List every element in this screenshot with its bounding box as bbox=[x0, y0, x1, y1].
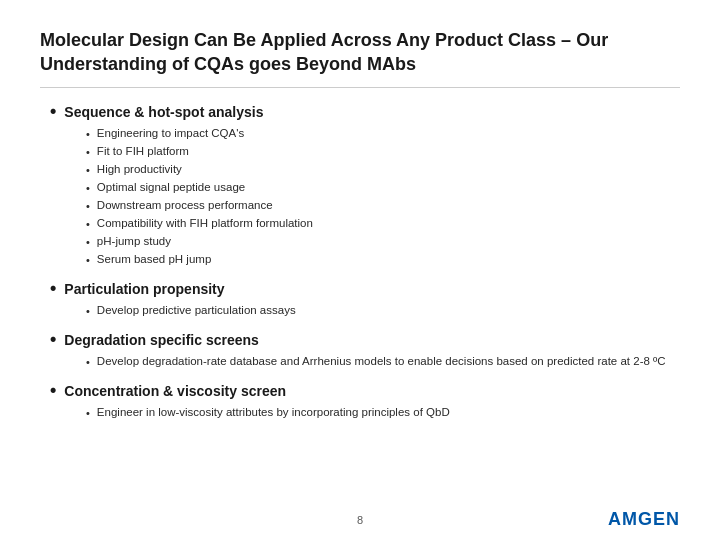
section-title-sequence: • Sequence & hot-spot analysis bbox=[50, 104, 680, 120]
sub-list-sequence: • Engineering to impact CQA's • Fit to F… bbox=[86, 125, 680, 269]
list-item: • Fit to FIH platform bbox=[86, 143, 680, 161]
section-sequence: • Sequence & hot-spot analysis • Enginee… bbox=[50, 104, 680, 269]
slide-title: Molecular Design Can Be Applied Across A… bbox=[40, 28, 680, 77]
title-divider bbox=[40, 87, 680, 88]
list-item: • pH-jump study bbox=[86, 233, 680, 251]
sub-bullet: • bbox=[86, 144, 90, 161]
list-item: • Engineer in low-viscosity attributes b… bbox=[86, 404, 680, 422]
sub-item-text: Downstream process performance bbox=[97, 197, 680, 215]
sub-item-text: High productivity bbox=[97, 161, 680, 179]
section-label-sequence: Sequence & hot-spot analysis bbox=[64, 104, 263, 120]
sub-bullet: • bbox=[86, 180, 90, 197]
sub-bullet: • bbox=[86, 162, 90, 179]
sub-bullet: • bbox=[86, 405, 90, 422]
sub-bullet: • bbox=[86, 234, 90, 251]
list-item: • Serum based pH jump bbox=[86, 251, 680, 269]
section-title-concentration: • Concentration & viscosity screen bbox=[50, 383, 680, 399]
sub-item-text: Compatibility with FIH platform formulat… bbox=[97, 215, 680, 233]
sub-item-text: Serum based pH jump bbox=[97, 251, 680, 269]
sub-item-text: Engineering to impact CQA's bbox=[97, 125, 680, 143]
sub-bullet: • bbox=[86, 198, 90, 215]
section-title-degradation: • Degradation specific screens bbox=[50, 332, 680, 348]
sub-bullet: • bbox=[86, 354, 90, 371]
sub-bullet: • bbox=[86, 252, 90, 269]
section-title-particulation: • Particulation propensity bbox=[50, 281, 680, 297]
list-item: • Optimal signal peptide usage bbox=[86, 179, 680, 197]
sub-list-particulation: • Develop predictive particulation assay… bbox=[86, 302, 680, 320]
section-label-particulation: Particulation propensity bbox=[64, 281, 224, 297]
section-degradation: • Degradation specific screens • Develop… bbox=[50, 332, 680, 371]
list-item: • High productivity bbox=[86, 161, 680, 179]
content-area: • Sequence & hot-spot analysis • Enginee… bbox=[40, 104, 680, 423]
sub-item-text: Develop predictive particulation assays bbox=[97, 302, 680, 320]
page-number: 8 bbox=[357, 514, 363, 526]
list-item: • Downstream process performance bbox=[86, 197, 680, 215]
sub-item-text: Fit to FIH platform bbox=[97, 143, 680, 161]
sub-bullet: • bbox=[86, 216, 90, 233]
sub-item-text: pH-jump study bbox=[97, 233, 680, 251]
bullet-dot-degradation: • bbox=[50, 330, 56, 348]
section-concentration: • Concentration & viscosity screen • Eng… bbox=[50, 383, 680, 422]
list-item: • Compatibility with FIH platform formul… bbox=[86, 215, 680, 233]
list-item: • Develop predictive particulation assay… bbox=[86, 302, 680, 320]
section-particulation: • Particulation propensity • Develop pre… bbox=[50, 281, 680, 320]
sub-item-text: Optimal signal peptide usage bbox=[97, 179, 680, 197]
sub-list-degradation: • Develop degradation-rate database and … bbox=[86, 353, 680, 371]
section-label-concentration: Concentration & viscosity screen bbox=[64, 383, 286, 399]
sub-bullet: • bbox=[86, 126, 90, 143]
slide: Molecular Design Can Be Applied Across A… bbox=[0, 0, 720, 540]
sub-bullet: • bbox=[86, 303, 90, 320]
sub-item-text: Develop degradation-rate database and Ar… bbox=[97, 353, 680, 371]
amgen-logo-text: AMGEN bbox=[608, 509, 680, 529]
amgen-logo: AMGEN bbox=[608, 509, 680, 530]
list-item: • Engineering to impact CQA's bbox=[86, 125, 680, 143]
section-label-degradation: Degradation specific screens bbox=[64, 332, 259, 348]
sub-item-text: Engineer in low-viscosity attributes by … bbox=[97, 404, 680, 422]
sub-list-concentration: • Engineer in low-viscosity attributes b… bbox=[86, 404, 680, 422]
list-item: • Develop degradation-rate database and … bbox=[86, 353, 680, 371]
bullet-dot-concentration: • bbox=[50, 381, 56, 399]
bullet-dot-sequence: • bbox=[50, 102, 56, 120]
bullet-dot-particulation: • bbox=[50, 279, 56, 297]
